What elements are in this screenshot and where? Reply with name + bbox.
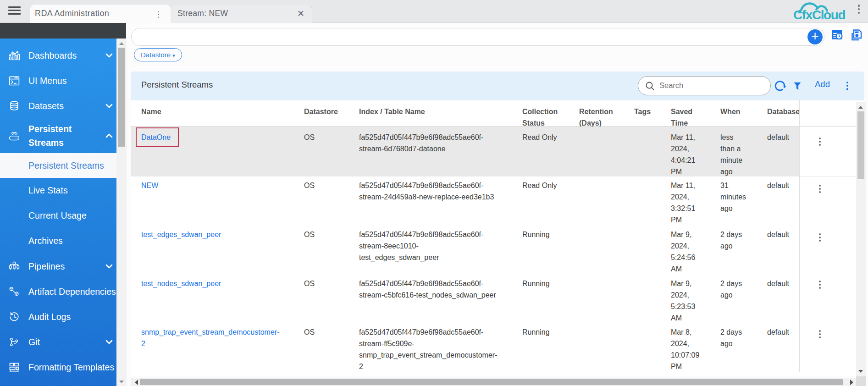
- svg-text:CfxCloud: CfxCloud: [793, 8, 846, 22]
